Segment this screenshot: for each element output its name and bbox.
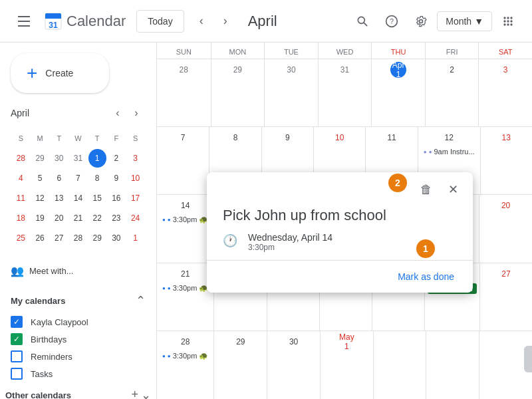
help-button[interactable]: ?: [378, 8, 405, 35]
mini-cal-day[interactable]: 30: [50, 149, 68, 168]
calendar-checkbox[interactable]: ✓: [11, 316, 23, 328]
day-cell[interactable]: Apr 1: [371, 59, 425, 126]
my-calendar-item[interactable]: ✓Birthdays: [5, 331, 151, 348]
day-number[interactable]: 31: [336, 62, 352, 78]
mini-cal-day[interactable]: 11: [12, 189, 30, 207]
mini-cal-day[interactable]: 4: [12, 169, 30, 188]
mini-cal-day[interactable]: 22: [88, 209, 106, 227]
mini-cal-day[interactable]: 8: [88, 169, 106, 188]
day-cell[interactable]: 7: [157, 127, 209, 194]
day-cell[interactable]: 30: [267, 331, 320, 399]
close-popup-button[interactable]: ✕: [441, 178, 465, 201]
mini-cal-day[interactable]: 15: [88, 189, 106, 207]
mini-cal-day[interactable]: 30: [108, 229, 126, 247]
mini-cal-day[interactable]: 20: [50, 209, 68, 227]
day-number[interactable]: 2: [444, 62, 460, 78]
my-calendar-item[interactable]: Reminders: [5, 348, 151, 365]
mini-cal-day[interactable]: 10: [126, 169, 144, 188]
day-cell[interactable]: 27: [479, 263, 532, 331]
day-cell[interactable]: 20: [479, 195, 532, 262]
my-calendar-item[interactable]: ✓Kayla Claypool: [5, 313, 151, 331]
mini-cal-day[interactable]: 6: [50, 169, 68, 188]
mini-cal-day[interactable]: 28: [69, 229, 87, 247]
day-number[interactable]: 11: [384, 130, 400, 146]
search-button[interactable]: [349, 8, 376, 35]
day-number[interactable]: May 1: [338, 334, 354, 350]
day-number[interactable]: 13: [498, 130, 514, 146]
day-cell[interactable]: 28: [157, 59, 211, 126]
scroll-indicator[interactable]: [524, 346, 532, 372]
day-number[interactable]: 21: [178, 266, 194, 282]
apps-button[interactable]: [495, 8, 521, 35]
mini-cal-day[interactable]: 27: [50, 229, 68, 247]
today-button[interactable]: Today: [136, 10, 184, 33]
day-number[interactable]: 8: [227, 130, 243, 146]
mini-cal-day[interactable]: 1: [88, 149, 106, 168]
mini-cal-day[interactable]: 28: [12, 149, 30, 168]
mini-cal-day[interactable]: 2: [108, 149, 126, 168]
other-calendars-toggle[interactable]: ⌄: [141, 388, 151, 399]
calendar-checkbox[interactable]: ✓: [11, 333, 23, 345]
day-number[interactable]: 28: [176, 62, 192, 78]
event-chip[interactable]: ● 3:30pm 🐢: [160, 215, 211, 225]
day-number[interactable]: Apr 1: [390, 62, 406, 78]
day-number[interactable]: 20: [498, 198, 514, 213]
day-cell[interactable]: 3: [478, 59, 532, 126]
event-chip[interactable]: ● 3:30pm 🐢: [160, 283, 211, 293]
my-calendars-header[interactable]: My calendars ⌃: [5, 288, 151, 313]
menu-button[interactable]: [11, 8, 37, 35]
mini-cal-day[interactable]: 9: [108, 169, 126, 188]
day-cell[interactable]: 2: [425, 59, 479, 126]
mark-done-button[interactable]: Mark as done: [390, 266, 462, 287]
day-cell[interactable]: 29: [211, 59, 265, 126]
next-button[interactable]: ›: [213, 9, 237, 33]
day-cell[interactable]: [426, 331, 479, 399]
prev-button[interactable]: ‹: [190, 9, 213, 33]
day-cell[interactable]: 29: [213, 331, 267, 399]
delete-event-button[interactable]: 🗑: [414, 178, 438, 201]
settings-button[interactable]: [408, 8, 434, 35]
mini-cal-day[interactable]: 5: [31, 169, 49, 188]
mini-cal-next[interactable]: ›: [127, 104, 146, 122]
day-number[interactable]: 3: [497, 62, 513, 78]
calendar-checkbox[interactable]: [11, 368, 23, 380]
day-cell[interactable]: 30: [264, 59, 318, 126]
day-number[interactable]: 10: [332, 130, 348, 146]
my-calendar-item[interactable]: Tasks: [5, 365, 151, 382]
mini-cal-day[interactable]: 24: [126, 209, 144, 227]
day-cell[interactable]: 14● 3:30pm 🐢: [157, 195, 213, 262]
mini-cal-day[interactable]: 31: [69, 149, 87, 168]
day-cell[interactable]: 13: [480, 127, 532, 194]
day-number[interactable]: 29: [233, 334, 249, 350]
mini-cal-day[interactable]: 29: [31, 149, 49, 168]
mini-cal-day[interactable]: 1: [126, 229, 144, 247]
mini-cal-day[interactable]: 12: [31, 189, 49, 207]
mini-cal-day[interactable]: 19: [31, 209, 49, 227]
create-button[interactable]: + Create: [11, 53, 109, 93]
day-cell[interactable]: 28● 3:30pm 🐢: [157, 331, 213, 399]
day-cell[interactable]: 31: [318, 59, 372, 126]
day-number[interactable]: 7: [175, 130, 191, 146]
view-selector[interactable]: Month ▼: [437, 11, 492, 31]
day-cell[interactable]: 21● 3:30pm 🐢: [157, 263, 213, 331]
mini-cal-day[interactable]: 7: [69, 169, 87, 188]
mini-cal-day[interactable]: 25: [12, 229, 30, 247]
day-number[interactable]: 27: [498, 266, 514, 282]
day-cell[interactable]: [373, 331, 426, 399]
day-number[interactable]: 12: [441, 130, 457, 146]
day-number[interactable]: 30: [286, 334, 302, 350]
day-number[interactable]: 9: [279, 130, 295, 146]
mini-cal-day[interactable]: 29: [88, 229, 106, 247]
event-chip[interactable]: ● 3:30pm 🐢: [160, 351, 211, 361]
day-number[interactable]: 14: [178, 198, 194, 213]
mini-cal-day[interactable]: 17: [126, 189, 144, 207]
mini-cal-day[interactable]: 23: [108, 209, 126, 227]
mini-cal-day[interactable]: 3: [126, 149, 144, 168]
calendar-checkbox[interactable]: [11, 350, 23, 362]
mini-cal-day[interactable]: 18: [12, 209, 30, 227]
mini-cal-day[interactable]: 16: [108, 189, 126, 207]
edit-event-button[interactable]: ✏: [388, 178, 412, 201]
mini-cal-day[interactable]: 26: [31, 229, 49, 247]
mini-cal-day[interactable]: 14: [69, 189, 87, 207]
event-chip[interactable]: ● 9am Instru...: [421, 147, 477, 156]
